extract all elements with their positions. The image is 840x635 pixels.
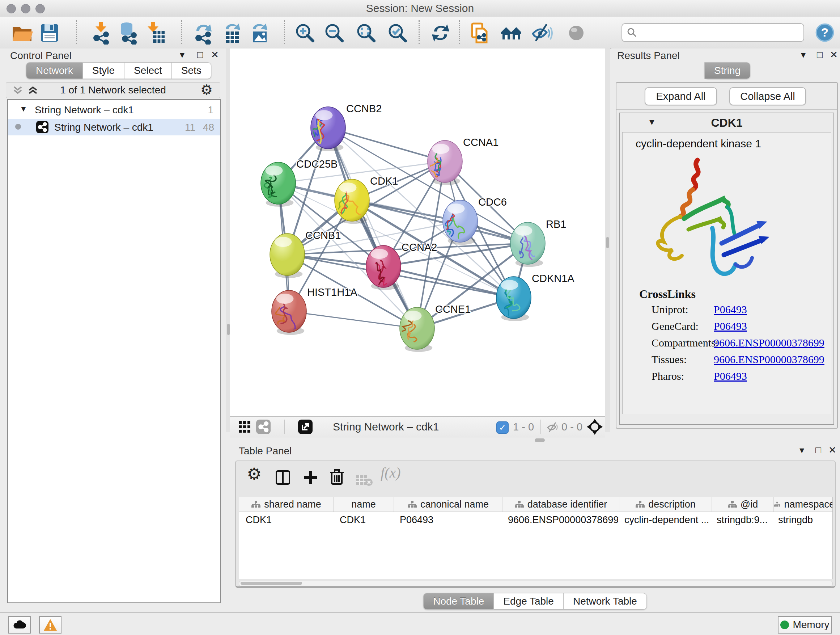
column-header-shared-name[interactable]: shared name (239, 497, 333, 511)
memory-label: Memory (793, 619, 829, 631)
network-collection-row[interactable]: ▼ String Network – cdk1 1 (8, 102, 220, 119)
tab-select[interactable]: Select (125, 62, 172, 79)
control-panel-float-icon[interactable]: □ (197, 49, 203, 60)
network-graph[interactable]: CCNB2CCNA1CDC25BCDK1CDC6RB1CCNB1CCNA2CDK… (230, 49, 605, 416)
control-panel-menu-icon[interactable]: ▾ (180, 49, 185, 60)
grid-view-button[interactable] (238, 420, 251, 433)
table-horizontal-scrollbar[interactable] (239, 581, 833, 586)
save-session-button[interactable] (38, 21, 61, 44)
hide-selected-button[interactable] (531, 21, 554, 44)
tab-network-table[interactable]: Network Table (564, 593, 647, 610)
memory-button[interactable]: Memory (778, 616, 832, 633)
horizontal-splitter-handle[interactable] (535, 439, 545, 442)
import-network-from-database-button[interactable] (117, 21, 140, 44)
network-edge[interactable] (328, 128, 445, 162)
import-table-button[interactable] (144, 21, 167, 44)
namespace-icon (407, 500, 417, 508)
share-view-button[interactable] (256, 420, 271, 434)
crosslink-compartments-link[interactable]: 9606.ENSP00000378699 (714, 337, 824, 349)
crosslink-tissues-link[interactable]: 9606.ENSP00000378699 (714, 353, 824, 366)
table-panel-close-icon[interactable]: ✕ (829, 445, 836, 456)
tab-style[interactable]: Style (83, 62, 125, 79)
node-table[interactable]: shared namenamecanonical namedatabase id… (239, 497, 833, 579)
collection-expander-icon[interactable]: ▼ (19, 104, 27, 114)
table-options-gear-icon[interactable]: ⚙ (247, 464, 262, 485)
results-panel-close-icon[interactable]: ✕ (830, 49, 838, 60)
tab-node-table[interactable]: Node Table (423, 593, 494, 610)
expand-all-button[interactable]: Expand All (645, 87, 717, 105)
warnings-button[interactable] (39, 616, 62, 633)
zoom-in-button[interactable] (294, 21, 317, 44)
apply-layout-button[interactable] (429, 21, 452, 44)
table-cell[interactable]: stringdb (772, 512, 832, 528)
splitter-handle[interactable] (606, 237, 609, 248)
crosslink-genecard-link[interactable]: P06493 (714, 320, 747, 333)
column-header-name[interactable]: name (333, 497, 394, 511)
export-table-button[interactable] (221, 21, 244, 44)
network-canvas[interactable]: CCNB2CCNA1CDC25BCDK1CDC6RB1CCNB1CCNA2CDK… (230, 49, 605, 416)
show-columns-icon[interactable] (275, 467, 291, 488)
save-icon (38, 21, 61, 44)
delete-column-icon[interactable] (329, 466, 344, 487)
scrollbar-thumb[interactable] (240, 582, 302, 585)
control-panel-close-icon[interactable]: ✕ (211, 49, 219, 60)
column-header-database-identifier[interactable]: database identifier (502, 497, 619, 511)
crosslink-pharos-link[interactable]: P06493 (714, 370, 747, 382)
open-in-browser-button[interactable] (298, 420, 313, 434)
crosslink-uniprot-link[interactable]: P06493 (714, 303, 747, 316)
column-header--id[interactable]: @id (712, 497, 774, 511)
show-all-button[interactable] (565, 21, 588, 44)
zoom-out-button[interactable] (323, 21, 346, 44)
results-panel-float-icon[interactable]: □ (817, 49, 823, 60)
table-cell[interactable]: stringdb:9... (710, 512, 772, 528)
import-network-from-file-button[interactable] (89, 21, 112, 44)
add-column-icon[interactable] (302, 467, 318, 488)
network-row[interactable]: String Network – cdk1 11 48 (8, 119, 220, 135)
share-icon (256, 420, 271, 434)
zoom-fit-button[interactable] (355, 21, 378, 44)
results-panel-menu-icon[interactable]: ▾ (801, 49, 806, 60)
open-session-button[interactable] (11, 21, 34, 44)
tab-network[interactable]: Network (26, 62, 83, 79)
new-network-from-selection-button[interactable] (469, 21, 492, 44)
table-cell[interactable]: CDK1 (333, 512, 393, 528)
table-cell[interactable]: CDK1 (239, 512, 333, 528)
column-header-description[interactable]: description (619, 497, 712, 511)
network-name: String Network – cdk1 (54, 122, 153, 133)
tab-string[interactable]: String (704, 62, 750, 79)
selected-nodes-checkbox[interactable]: ✓ (496, 421, 508, 434)
delete-table-icon[interactable] (355, 470, 373, 491)
function-builder-icon[interactable]: f(x) (381, 464, 401, 485)
help-button[interactable]: ? (815, 22, 835, 43)
search-input[interactable] (641, 25, 798, 40)
zoom-selected-button[interactable] (386, 21, 409, 44)
network-edge[interactable] (384, 266, 514, 298)
column-header-namespace[interactable]: namespace (774, 497, 833, 511)
node-label-CDK1: CDK1 (370, 175, 398, 187)
table-cell[interactable]: P06493 (393, 512, 501, 528)
first-neighbors-button[interactable] (500, 21, 523, 44)
splitter-handle[interactable] (227, 324, 230, 335)
right-splitter[interactable] (605, 49, 610, 432)
export-network-button[interactable] (191, 21, 215, 44)
birdseye-view-button[interactable] (587, 419, 603, 435)
window-title: Session: New Session (0, 0, 840, 17)
network-edge[interactable] (289, 311, 417, 328)
network-edge-count: 48 (203, 122, 214, 133)
table-panel-float-icon[interactable]: □ (815, 445, 821, 456)
collapse-all-button[interactable]: Collapse All (729, 87, 806, 105)
table-cell[interactable]: cyclin-dependent ... (618, 512, 710, 528)
network-options-gear-icon[interactable]: ⚙ (201, 82, 213, 98)
table-cell[interactable]: 9606.ENSP00000378699 (501, 512, 618, 528)
table-panel-menu-icon[interactable]: ▾ (799, 445, 804, 456)
tab-sets[interactable]: Sets (172, 62, 211, 79)
search-field[interactable] (622, 23, 804, 42)
eye-icon (565, 21, 588, 44)
column-header-canonical-name[interactable]: canonical name (394, 497, 502, 511)
table-row[interactable]: CDK1CDK1P064939606.ENSP00000378699cyclin… (239, 512, 832, 528)
cloud-status-button[interactable] (8, 616, 31, 633)
gene-section-header[interactable]: ▼ CDK1 (620, 113, 834, 131)
tab-edge-table[interactable]: Edge Table (494, 593, 564, 610)
network-edge[interactable] (328, 128, 417, 328)
export-image-button[interactable] (248, 21, 271, 44)
